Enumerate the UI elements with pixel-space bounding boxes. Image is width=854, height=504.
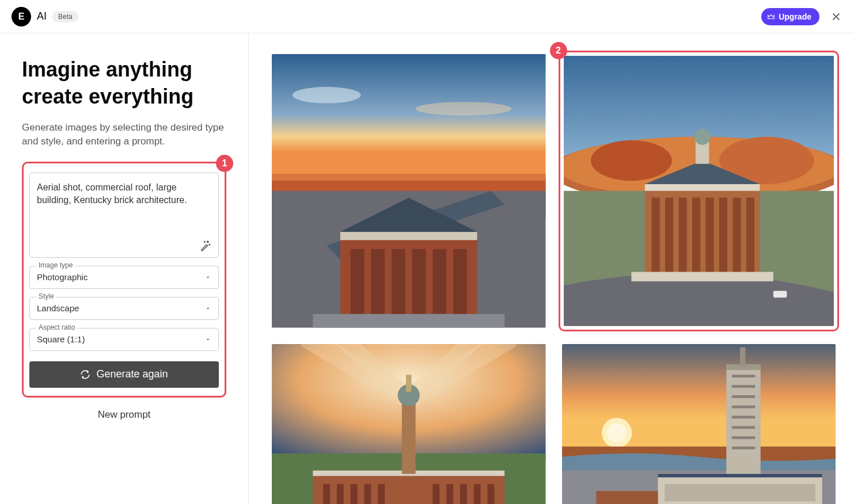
aspect-value: Square (1:1) <box>37 334 85 344</box>
generated-image-2 <box>564 56 834 326</box>
beta-badge: Beta <box>52 11 78 22</box>
svg-rect-10 <box>371 249 385 314</box>
result-card-1[interactable] <box>272 54 546 328</box>
svg-rect-73 <box>665 484 815 501</box>
generate-again-button[interactable]: Generate again <box>29 361 219 388</box>
image-type-select-wrap: Image type Photographic <box>29 266 219 289</box>
main-layout: Imagine anything create everything Gener… <box>0 33 854 504</box>
svg-rect-37 <box>773 291 786 297</box>
svg-rect-66 <box>731 405 754 408</box>
prompt-form-highlight: 1 Aerial shot, commercial roof, large bu… <box>22 162 226 398</box>
header-right: Upgrade <box>761 8 842 25</box>
close-icon <box>830 10 842 23</box>
svg-rect-24 <box>644 184 760 191</box>
result-card-3[interactable] <box>272 344 546 505</box>
generated-image-4 <box>562 344 836 505</box>
ai-label: AI <box>37 10 47 22</box>
refresh-icon <box>80 369 90 380</box>
svg-rect-65 <box>731 395 754 398</box>
page-subtitle: Generate images by selecting the desired… <box>22 121 226 149</box>
chevron-down-icon <box>204 274 211 281</box>
svg-rect-42 <box>402 398 416 474</box>
prompt-text-value: Aerial shot, commercial roof, large buil… <box>37 181 211 207</box>
image-type-label: Image type <box>36 261 75 269</box>
svg-rect-69 <box>731 436 754 439</box>
magic-wand-icon[interactable] <box>200 240 211 251</box>
svg-rect-13 <box>432 249 446 314</box>
svg-rect-68 <box>731 426 754 429</box>
header-left: E AI Beta <box>12 7 78 26</box>
title-line-1: Imagine anything <box>22 58 192 81</box>
style-value: Landscape <box>37 303 79 313</box>
svg-rect-50 <box>432 484 439 504</box>
svg-rect-44 <box>406 375 412 392</box>
generate-label: Generate again <box>96 368 168 380</box>
svg-rect-14 <box>453 249 467 314</box>
chevron-down-icon <box>204 305 211 312</box>
svg-rect-9 <box>351 249 365 314</box>
svg-rect-34 <box>732 197 741 272</box>
svg-rect-48 <box>364 484 371 504</box>
svg-rect-47 <box>351 484 358 504</box>
svg-rect-51 <box>446 484 453 504</box>
title-line-2: create everything <box>22 85 193 108</box>
svg-rect-23 <box>644 184 760 278</box>
svg-point-2 <box>416 102 511 116</box>
svg-rect-4 <box>272 174 546 181</box>
svg-rect-54 <box>487 484 494 504</box>
generated-image-1 <box>272 54 546 328</box>
svg-rect-28 <box>651 197 659 272</box>
svg-rect-11 <box>392 249 405 314</box>
svg-rect-64 <box>731 385 754 388</box>
aspect-label: Aspect ratio <box>36 323 77 331</box>
svg-rect-74 <box>596 491 658 504</box>
svg-rect-33 <box>719 197 727 272</box>
svg-point-57 <box>607 423 626 442</box>
image-type-select[interactable]: Photographic <box>29 266 219 289</box>
header-bar: E AI Beta Upgrade <box>0 0 854 33</box>
svg-rect-16 <box>313 314 504 328</box>
svg-rect-67 <box>731 415 754 418</box>
new-prompt-link[interactable]: New prompt <box>22 409 226 421</box>
svg-rect-45 <box>323 484 330 504</box>
upgrade-button[interactable]: Upgrade <box>761 8 819 25</box>
svg-point-27 <box>694 129 710 145</box>
style-select-wrap: Style Landscape <box>29 297 219 320</box>
logo-letter: E <box>18 12 25 22</box>
chevron-down-icon <box>204 336 211 343</box>
style-select[interactable]: Landscape <box>29 297 219 320</box>
svg-rect-32 <box>705 197 713 272</box>
result-card-2[interactable]: 2 <box>559 51 840 331</box>
aspect-select-wrap: Aspect ratio Square (1:1) <box>29 328 219 351</box>
svg-rect-53 <box>474 484 481 504</box>
svg-rect-12 <box>412 249 426 314</box>
style-label: Style <box>36 292 56 300</box>
generated-image-3 <box>272 344 546 505</box>
svg-point-1 <box>293 87 361 104</box>
svg-rect-46 <box>337 484 344 504</box>
app-logo: E <box>12 7 31 26</box>
svg-rect-29 <box>665 197 673 272</box>
results-grid: 2 <box>249 33 854 504</box>
svg-rect-35 <box>746 197 754 272</box>
svg-rect-8 <box>340 232 477 240</box>
aspect-select[interactable]: Square (1:1) <box>29 328 219 351</box>
svg-rect-63 <box>731 375 754 377</box>
svg-rect-30 <box>678 197 686 272</box>
svg-rect-36 <box>631 272 773 281</box>
annotation-badge-2: 2 <box>550 42 567 59</box>
svg-rect-62 <box>740 347 746 366</box>
close-button[interactable] <box>830 10 842 23</box>
image-type-value: Photographic <box>37 272 88 282</box>
annotation-badge-1: 1 <box>216 155 233 172</box>
svg-rect-72 <box>658 474 822 477</box>
result-card-4[interactable] <box>562 344 836 505</box>
prompt-textarea[interactable]: Aerial shot, commercial roof, large buil… <box>29 173 219 258</box>
crown-icon <box>767 13 775 21</box>
upgrade-label: Upgrade <box>779 12 811 21</box>
svg-rect-70 <box>731 446 754 449</box>
svg-point-20 <box>590 140 671 181</box>
sidebar-panel: Imagine anything create everything Gener… <box>0 33 249 504</box>
svg-rect-49 <box>378 484 385 504</box>
svg-rect-31 <box>692 197 700 272</box>
